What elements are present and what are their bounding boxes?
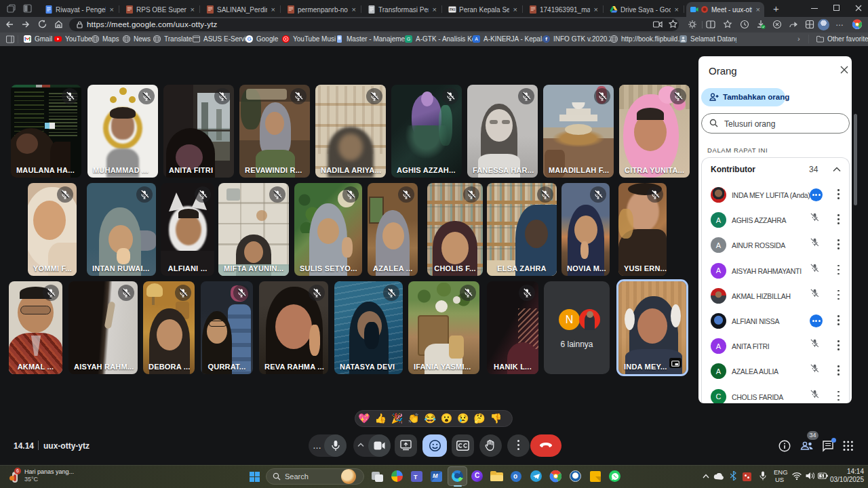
svg-text:G: G xyxy=(247,36,251,42)
svg-text:FKI: FKI xyxy=(450,7,456,12)
svg-text:A: A xyxy=(475,37,478,41)
svg-text:f: f xyxy=(545,36,547,42)
svg-text:G: G xyxy=(407,37,410,41)
